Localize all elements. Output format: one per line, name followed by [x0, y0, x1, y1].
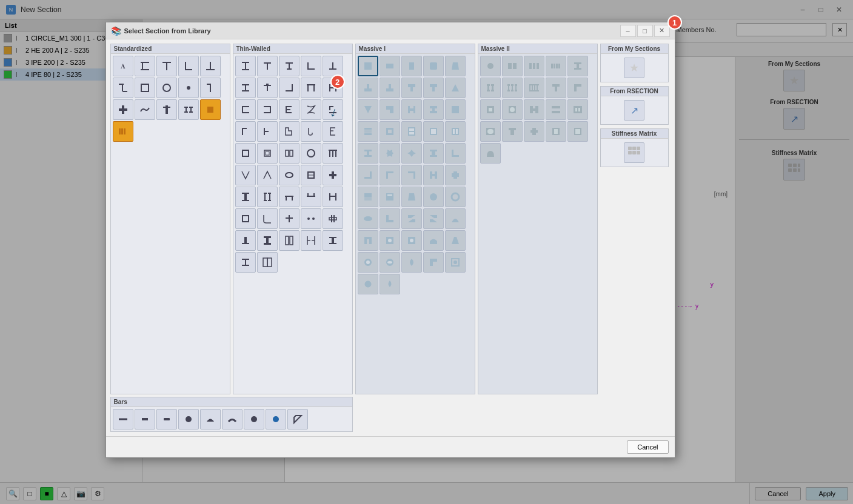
tw-c-flip[interactable]	[257, 99, 278, 120]
std-z-shape[interactable]	[113, 78, 133, 98]
tw-l[interactable]	[301, 56, 321, 76]
std-t-down[interactable]	[200, 56, 221, 76]
m2-i[interactable]	[567, 56, 588, 76]
massive1-t6[interactable]	[380, 99, 400, 120]
massive1-trap2[interactable]	[401, 187, 422, 207]
std-l-beam[interactable]	[178, 56, 199, 76]
massive1-rect6[interactable]	[358, 187, 378, 207]
massive1-rect2[interactable]	[380, 56, 400, 76]
massive1-rect5[interactable]	[445, 165, 466, 185]
massive1-arc2[interactable]	[445, 208, 466, 229]
m2-i4[interactable]	[480, 99, 501, 120]
m2-i3[interactable]	[567, 78, 588, 98]
massive1-i2[interactable]	[423, 143, 444, 164]
tw-box[interactable]	[235, 143, 256, 164]
tw-t[interactable]	[257, 56, 278, 76]
tw-plus2[interactable]	[301, 208, 321, 229]
m2-hh3[interactable]	[480, 121, 501, 142]
massive1-t2[interactable]	[380, 78, 400, 98]
massive1-l5[interactable]	[380, 208, 400, 229]
massive1-l[interactable]	[445, 143, 466, 164]
tw-t-sym[interactable]	[235, 78, 256, 98]
tw-t2[interactable]	[279, 56, 299, 76]
massive1-z2[interactable]	[423, 208, 444, 229]
m2-hh2[interactable]	[567, 99, 588, 120]
std-z-alt[interactable]	[200, 78, 221, 98]
tw-double[interactable]	[257, 252, 278, 273]
rsection-btn-dialog[interactable]: ↗	[624, 100, 644, 121]
tw-pi[interactable]	[301, 78, 321, 98]
std-i-beam[interactable]: 𝐀	[113, 56, 133, 76]
massive1-h2[interactable]	[423, 99, 444, 120]
tw-o-sym[interactable]	[279, 165, 299, 185]
massive1-rect10[interactable]	[445, 252, 466, 273]
std-ix-double[interactable]	[113, 121, 133, 142]
tw-c2[interactable]	[279, 99, 299, 120]
std-i-flip[interactable]	[135, 56, 155, 76]
bar-rect2[interactable]	[156, 409, 177, 429]
tw-pi6[interactable]	[235, 208, 256, 229]
bar-rect[interactable]	[135, 409, 155, 429]
std-ix[interactable]	[178, 99, 199, 120]
bar-line-h[interactable]	[113, 409, 133, 429]
m2-h3[interactable]	[546, 121, 566, 142]
m2-i5[interactable]	[502, 99, 523, 120]
bar-arc2[interactable]	[222, 409, 243, 429]
dialog-close-btn[interactable]: ✕	[654, 25, 670, 37]
std-dot[interactable]	[178, 78, 199, 98]
tw-c[interactable]	[235, 99, 256, 120]
m2-circ[interactable]	[480, 56, 501, 76]
massive1-h9[interactable]	[423, 165, 444, 185]
massive1-i[interactable]	[358, 143, 378, 164]
tw-b[interactable]	[301, 99, 321, 120]
tw-l2[interactable]	[279, 78, 299, 98]
std-circle[interactable]	[156, 78, 177, 98]
m2-iii[interactable]	[502, 78, 523, 98]
tw-l4[interactable]	[257, 121, 278, 142]
tw-box4[interactable]	[301, 165, 321, 185]
massive1-h[interactable]	[401, 99, 422, 120]
massive1-rect8[interactable]	[380, 230, 400, 251]
massive1-t5[interactable]	[358, 99, 378, 120]
massive1-t7[interactable]	[423, 252, 444, 273]
stiffness-btn-dialog[interactable]	[624, 142, 644, 163]
massive1-l4[interactable]	[401, 165, 422, 185]
massive1-h5[interactable]	[380, 121, 400, 142]
m2-hhhh[interactable]	[546, 56, 566, 76]
tw-hook[interactable]	[301, 121, 321, 142]
massive1-circ[interactable]	[445, 187, 466, 207]
std-person[interactable]	[156, 99, 177, 120]
tw-i7[interactable]	[301, 230, 321, 251]
bar-corner[interactable]	[287, 409, 308, 429]
massive1-rect9[interactable]	[401, 230, 422, 251]
massive1-t-inv[interactable]	[423, 78, 444, 98]
tw-pi3[interactable]	[279, 187, 299, 207]
dialog-maximize-btn[interactable]: □	[637, 25, 653, 37]
massive1-h8[interactable]	[445, 121, 466, 142]
tw-t-bot[interactable]	[235, 230, 256, 251]
massive1-arc[interactable]	[423, 187, 444, 207]
std-plus[interactable]	[113, 99, 133, 120]
m2-ii[interactable]	[480, 78, 501, 98]
std-rect-fill[interactable]	[200, 99, 221, 120]
bar-circ[interactable]	[178, 409, 199, 429]
my-sections-star-btn-dialog[interactable]: ★	[624, 58, 644, 78]
massive1-x2[interactable]	[401, 143, 422, 164]
m2-h[interactable]	[524, 99, 544, 120]
m2-hhh[interactable]	[524, 56, 544, 76]
m2-i2[interactable]	[546, 78, 566, 98]
tw-box2[interactable]	[257, 143, 278, 164]
massive1-trap[interactable]	[445, 56, 466, 76]
tw-bg[interactable]	[279, 121, 299, 142]
m2-iiii[interactable]	[524, 78, 544, 98]
m2-h2[interactable]	[546, 99, 566, 120]
massive1-l2[interactable]	[358, 165, 378, 185]
tw-box3[interactable]	[279, 143, 299, 164]
m2-hh[interactable]	[502, 56, 523, 76]
dialog-cancel-button[interactable]: Cancel	[627, 440, 668, 454]
massive1-z[interactable]	[401, 208, 422, 229]
massive1-t[interactable]	[358, 78, 378, 98]
massive1-circ4[interactable]	[358, 274, 378, 294]
tw-v-sym[interactable]	[257, 165, 278, 185]
tw-o[interactable]	[301, 143, 321, 164]
